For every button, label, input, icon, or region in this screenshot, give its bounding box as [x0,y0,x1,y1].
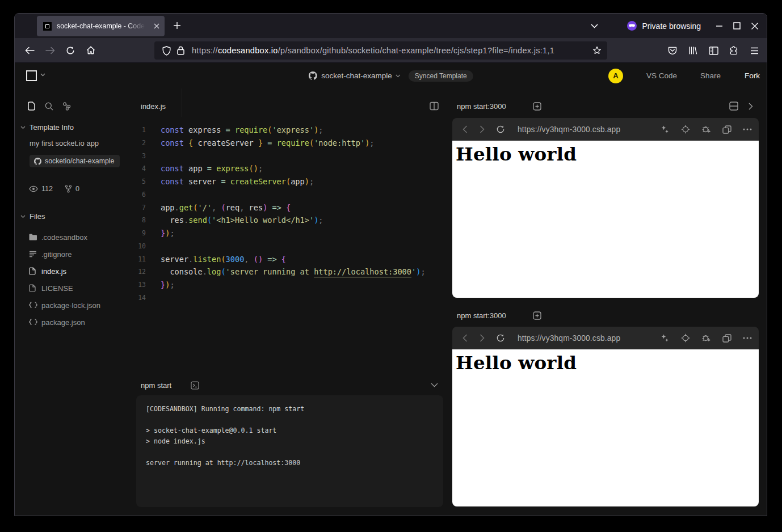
code-line-8[interactable]: 8 res.send('<h1>Hello world</h1>'); [136,214,443,227]
url-bar[interactable]: https://codesandbox.io/p/sandbox/github/… [154,41,607,60]
home-button[interactable] [82,42,99,59]
preview-refresh-icon[interactable] [496,125,505,134]
terminal-task-label: npm start [141,381,171,390]
library-icon[interactable] [684,42,701,59]
split-editor-icon[interactable] [430,102,439,111]
bookmark-star-icon[interactable] [592,46,602,55]
preview-content[interactable]: Hello world [452,141,759,298]
editor-tab-indexjs[interactable]: index.js [136,88,182,117]
repo-pill[interactable]: socketio/chat-example [30,155,120,167]
add-preview-icon[interactable] [533,102,541,111]
file-row--codesandbox[interactable]: .codesandbox [15,229,136,246]
preview-url[interactable]: https://vy3hqm-3000.csb.app [518,125,620,134]
preview-back-icon[interactable] [463,125,468,133]
project-menu-chevron-icon[interactable] [396,74,401,78]
debug-bug-icon[interactable] [701,333,711,343]
line-number: 12 [136,265,146,278]
file-row-index-js[interactable]: index.js [15,263,136,280]
preview-refresh-icon[interactable] [496,333,505,343]
open-in-new-window-icon[interactable] [722,334,731,343]
file-row-package-lock-json[interactable]: package-lock.json [15,297,136,314]
inspect-crosshair-icon[interactable] [681,333,690,343]
line-number: 7 [136,201,146,214]
code-line-5[interactable]: 5const server = createServer(app); [136,175,443,188]
more-options-ellipsis-icon[interactable] [743,128,752,130]
search-icon[interactable] [40,102,58,111]
tab-close-icon[interactable] [153,23,160,29]
codesandbox-logo-icon[interactable] [26,70,37,81]
inspect-crosshair-icon[interactable] [681,125,690,134]
terminal-collapse-chevron-icon[interactable] [431,383,438,387]
new-tab-button[interactable] [170,18,184,33]
file-name: package.json [41,318,85,327]
remix-graph-icon[interactable] [58,102,75,111]
split-rows-icon[interactable] [729,102,738,111]
code-line-4[interactable]: 4const app = express(); [136,162,443,175]
preview-back-icon[interactable] [463,334,468,342]
collapse-panel-chevron-icon[interactable] [749,103,753,110]
preview-task-tab[interactable]: npm start:3000 [457,311,506,320]
avatar[interactable]: A [608,69,623,83]
line-number: 11 [136,253,146,266]
code-line-13[interactable]: 13}); [136,278,443,292]
hamburger-menu-icon[interactable] [746,42,763,59]
list-all-tabs-chevron-icon[interactable] [586,24,603,28]
share-button[interactable]: Share [700,71,721,80]
preview-task-tab[interactable]: npm start:3000 [457,102,506,111]
window-close-button[interactable] [746,14,763,38]
terminal-output[interactable]: [CODESANDBOX] Running command: npm start… [136,395,443,507]
files-section-header[interactable]: Files [20,212,45,221]
workspace-menu-chevron-icon[interactable] [40,73,45,77]
preview-forward-icon[interactable] [480,125,485,133]
file-row-LICENSE[interactable]: LICENSE [15,280,136,297]
ai-sparkles-icon[interactable] [661,333,670,343]
vscode-button[interactable]: VS Code [646,71,677,80]
pocket-icon[interactable] [664,42,681,59]
reload-button[interactable] [62,42,79,59]
more-options-ellipsis-icon[interactable] [743,337,752,339]
line-number: 8 [136,214,146,227]
window-minimize-button[interactable] [710,14,728,38]
preview-url[interactable]: https://vy3hqm-3000.csb.app [518,334,620,343]
lock-icon[interactable] [174,46,188,55]
code-line-1[interactable]: 1const express = require('express'); [136,124,443,137]
line-number: 3 [136,150,146,163]
hello-world-heading: Hello world [456,352,759,374]
code-line-9[interactable]: 9}); [136,227,443,240]
terminal-line: > socket-chat-example@0.0.1 start [146,425,443,436]
debug-bug-icon[interactable] [701,125,711,134]
ai-sparkles-icon[interactable] [661,125,670,134]
file-row--gitignore[interactable]: .gitignore [15,246,136,263]
code-line-10[interactable]: 10 [136,240,443,253]
code-line-3[interactable]: 3 [136,150,443,163]
preview-pane-1: https://vy3hqm-3000.csb.app [452,118,759,298]
window-maximize-button[interactable] [728,14,746,38]
code-line-7[interactable]: 7app.get('/', (req, res) => { [136,201,443,214]
code-line-11[interactable]: 11server.listen(3000, () => { [136,253,443,266]
preview-forward-icon[interactable] [480,334,485,342]
line-number: 1 [136,124,146,137]
shield-icon[interactable] [159,46,174,56]
sidebar-toggle-icon[interactable] [705,42,722,59]
fork-button[interactable]: Fork [745,71,760,80]
add-preview-icon[interactable] [533,311,541,320]
extensions-puzzle-icon[interactable] [725,42,742,59]
code-line-14[interactable]: 14 [136,292,443,305]
browser-navbar: https://codesandbox.io/p/sandbox/github/… [15,38,767,63]
explorer-file-icon[interactable] [23,102,40,111]
preview-content[interactable]: Hello world [452,349,759,506]
file-row-package-json[interactable]: package.json [15,314,136,331]
open-in-new-window-icon[interactable] [722,125,731,134]
code-line-6[interactable]: 6 [136,188,443,201]
project-title[interactable]: socket-chat-example [321,71,392,80]
back-button[interactable] [21,42,38,59]
code-line-12[interactable]: 12 console.log('server running at http:/… [136,265,443,278]
code-editor[interactable]: 1const express = require('express');2con… [136,124,443,305]
line-number: 6 [136,188,146,201]
code-line-2[interactable]: 2const { createServer } = require('node:… [136,137,443,150]
forward-button[interactable] [41,42,58,59]
template-info-section-header[interactable]: Template Info [20,123,74,132]
file-name: LICENSE [41,284,73,293]
browser-tab[interactable]: socket-chat-example - CodeSandbox [37,16,165,36]
terminal-header[interactable]: npm start [136,375,443,395]
